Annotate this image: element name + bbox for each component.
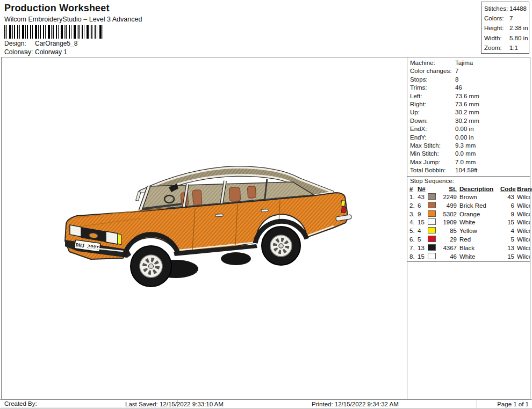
design-value: CarOrange5_8 <box>35 40 77 47</box>
headlight-right <box>106 231 118 244</box>
stop-brand: Wilcom <box>514 218 530 227</box>
stop-sequence-title: Stop Sequence: <box>407 177 530 185</box>
stop-sequence-row: 4.151909White15Wilcom <box>407 218 530 227</box>
door-handle-rear <box>261 209 268 212</box>
rear-wheel <box>262 227 300 265</box>
stop-column-swatch <box>428 185 438 193</box>
thread-color-swatch <box>428 244 436 251</box>
stop-description: Brick Red <box>457 202 500 210</box>
stop-code: 4 <box>500 227 514 236</box>
machine-info-label: Left: <box>410 92 455 100</box>
stop-stitch-count: 2249 <box>438 193 457 202</box>
front-wheel <box>131 246 171 287</box>
machine-info-row: Max Jump:7.0 mm <box>410 158 530 166</box>
last-saved-text: Last Saved: 12/15/2022 9:33:10 AM <box>125 401 224 407</box>
stop-code: 15 <box>500 253 514 261</box>
stop-sequence-row: 3.95302Orange9Wilcom <box>407 210 530 219</box>
printed-text: Printed: 12/15/2022 9:34:32 AM <box>312 401 399 407</box>
app-subtitle: Wilcom EmbroideryStudio – Level 3 Advanc… <box>4 16 142 23</box>
embroidery-car-design: DHJ 298T <box>59 160 360 289</box>
summary-value: 7 <box>509 15 513 21</box>
design-label: Design: <box>4 40 35 47</box>
summary-value: 2.38 in <box>509 25 528 31</box>
tail-light <box>341 207 346 213</box>
machine-info-label: Max Stitch: <box>410 142 455 150</box>
door-handle-front <box>215 214 223 217</box>
machine-info-value: 30.2 mm <box>455 109 479 115</box>
stop-code: 5 <box>500 236 514 244</box>
stop-swatch-cell <box>428 202 438 210</box>
machine-info-value: 73.6 mm <box>455 101 479 107</box>
machine-info-value: 0.00 in <box>455 126 474 132</box>
design-canvas: DHJ 298T <box>2 57 407 399</box>
stop-brand: Wilcom <box>514 244 530 253</box>
page-number: Page 1 of 1 <box>497 400 531 407</box>
machine-info-row: Max Stitch:9.3 mm <box>410 142 530 150</box>
stop-description: Brown <box>457 193 500 202</box>
design-barcode <box>4 25 104 39</box>
thread-color-swatch <box>428 193 436 200</box>
stop-sequence-row: 2.6499Brick Red6Wilcom <box>407 202 530 210</box>
stop-needle: 13 <box>418 244 428 253</box>
machine-info-label: Machine: <box>410 59 455 67</box>
stop-sequence-row: 8.1546White15Wilcom <box>407 253 530 261</box>
stop-swatch-cell <box>428 236 438 244</box>
machine-info-row: Up:30.2 mm <box>410 108 530 116</box>
stop-swatch-cell <box>428 210 438 219</box>
machine-info-row: Trims:46 <box>410 84 530 92</box>
machine-info-label: Down: <box>410 117 455 125</box>
summary-label: Stitches: <box>484 4 509 13</box>
machine-info-value: Tajima <box>455 60 473 66</box>
machine-info-label: Max Jump: <box>410 158 455 166</box>
stop-needle: 15 <box>418 253 428 261</box>
summary-value: 1:1 <box>509 45 518 51</box>
machine-info-value: 30.2 mm <box>455 118 479 124</box>
machine-info-row: EndX:0.00 in <box>410 125 530 133</box>
stop-number: 3. <box>407 210 418 219</box>
machine-info-value: 7 <box>455 68 458 74</box>
stop-brand: Wilcom <box>514 193 530 202</box>
stop-description: Yellow <box>457 227 500 236</box>
machine-info-row: Color changes:7 <box>410 67 530 75</box>
stop-needle: 5 <box>418 236 428 244</box>
stop-stitch-count: 46 <box>438 253 457 261</box>
thread-color-swatch <box>428 202 436 208</box>
stop-description: White <box>457 253 500 261</box>
machine-info-panel: Machine:TajimaColor changes:7Stops:8Trim… <box>407 57 530 399</box>
stop-stitch-count: 4367 <box>438 244 457 253</box>
machine-info-label: Stops: <box>410 76 455 84</box>
summary-value: 5.80 in <box>509 35 528 41</box>
machine-info-label: EndY: <box>410 134 455 142</box>
footer: Created By: Last Saved: 12/15/2022 9:33:… <box>0 399 532 408</box>
stop-swatch-cell <box>428 218 438 227</box>
summary-label: Width: <box>484 33 509 43</box>
stop-description: Black <box>457 244 500 253</box>
colorway-row: Colorway:Colorway 1 <box>4 48 67 56</box>
stop-column-header: Brand <box>514 185 530 193</box>
stop-swatch-cell <box>428 253 438 261</box>
colorway-value: Colorway 1 <box>35 48 67 56</box>
production-worksheet-page: { "header": { "title": "Production Works… <box>0 0 532 409</box>
stop-swatch-cell <box>428 244 438 253</box>
machine-info-label: Min Stitch: <box>410 150 455 158</box>
stop-number: 1. <box>407 193 418 202</box>
stop-number: 5. <box>407 227 418 236</box>
machine-info-label: Color changes: <box>410 67 455 75</box>
stop-column-header: # <box>407 185 418 193</box>
stop-needle: 4 <box>418 227 428 236</box>
thread-color-swatch <box>428 253 436 259</box>
stop-stitch-count: 5302 <box>438 210 457 219</box>
front-indicator <box>118 233 121 245</box>
stop-number: 2. <box>407 202 418 210</box>
summary-row: Width:5.80 in <box>484 33 529 43</box>
stop-number: 4. <box>407 218 418 227</box>
summary-value: 14488 <box>509 5 527 12</box>
machine-info-value: 0.0 mm <box>455 150 476 157</box>
colorway-label: Colorway: <box>4 48 35 56</box>
stop-sequence-row: 1.432249Brown43Wilcom <box>407 193 530 202</box>
machine-info-row: Total Bobbin:104.59ft <box>410 166 530 174</box>
stop-column-header: Code <box>500 185 514 193</box>
stop-stitch-count: 499 <box>438 202 457 210</box>
stop-swatch-cell <box>428 227 438 236</box>
stop-stitch-count: 1909 <box>438 218 457 227</box>
